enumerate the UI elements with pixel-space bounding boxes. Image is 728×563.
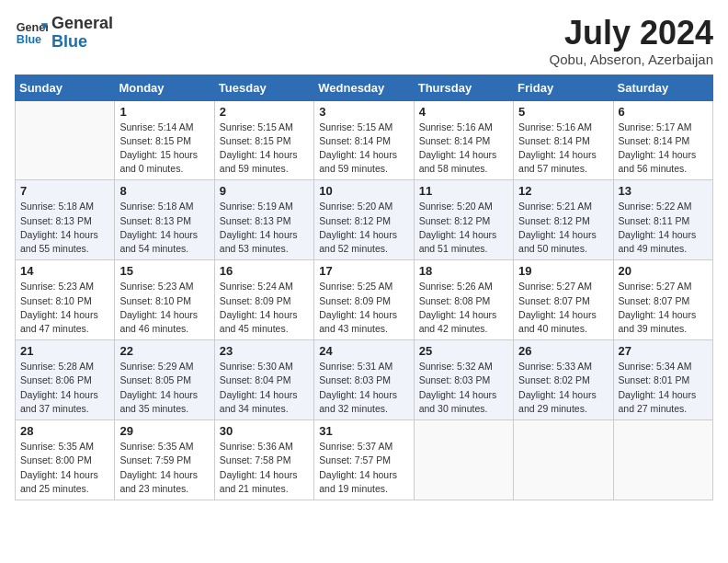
calendar-cell: 18Sunrise: 5:26 AM Sunset: 8:08 PM Dayli… xyxy=(414,260,513,340)
day-number: 18 xyxy=(419,264,508,278)
day-info: Sunrise: 5:23 AM Sunset: 8:10 PM Dayligh… xyxy=(20,280,109,336)
day-number: 30 xyxy=(220,424,309,438)
logo-icon: General Blue xyxy=(15,17,48,50)
day-number: 6 xyxy=(619,105,708,119)
title-block: July 2024 Qobu, Abseron, Azerbaijan xyxy=(550,15,713,67)
day-number: 14 xyxy=(20,264,109,278)
calendar-cell: 29Sunrise: 5:35 AM Sunset: 7:59 PM Dayli… xyxy=(115,420,214,500)
calendar-week-4: 21Sunrise: 5:28 AM Sunset: 8:06 PM Dayli… xyxy=(16,340,713,420)
day-number: 31 xyxy=(319,424,408,438)
calendar-cell xyxy=(414,420,513,500)
calendar-cell: 24Sunrise: 5:31 AM Sunset: 8:03 PM Dayli… xyxy=(314,340,414,420)
day-info: Sunrise: 5:27 AM Sunset: 8:07 PM Dayligh… xyxy=(619,280,708,336)
day-number: 10 xyxy=(319,184,408,198)
calendar-cell: 8Sunrise: 5:18 AM Sunset: 8:13 PM Daylig… xyxy=(115,180,214,260)
day-info: Sunrise: 5:18 AM Sunset: 8:13 PM Dayligh… xyxy=(119,200,209,256)
day-number: 3 xyxy=(319,105,408,119)
weekday-header-wednesday: Wednesday xyxy=(314,75,414,100)
weekday-header-saturday: Saturday xyxy=(613,75,712,100)
day-number: 17 xyxy=(319,264,408,278)
day-info: Sunrise: 5:21 AM Sunset: 8:12 PM Dayligh… xyxy=(518,200,608,256)
calendar-cell: 10Sunrise: 5:20 AM Sunset: 8:12 PM Dayli… xyxy=(314,180,414,260)
weekday-header-monday: Monday xyxy=(115,75,214,100)
calendar-cell: 20Sunrise: 5:27 AM Sunset: 8:07 PM Dayli… xyxy=(613,260,712,340)
svg-text:Blue: Blue xyxy=(17,33,41,46)
day-number: 9 xyxy=(220,184,309,198)
day-info: Sunrise: 5:24 AM Sunset: 8:09 PM Dayligh… xyxy=(220,280,309,336)
day-info: Sunrise: 5:16 AM Sunset: 8:14 PM Dayligh… xyxy=(518,121,608,177)
calendar-cell: 3Sunrise: 5:15 AM Sunset: 8:14 PM Daylig… xyxy=(314,100,414,180)
month-year-title: July 2024 xyxy=(550,15,713,52)
calendar-cell: 22Sunrise: 5:29 AM Sunset: 8:05 PM Dayli… xyxy=(115,340,214,420)
weekday-header-thursday: Thursday xyxy=(414,75,513,100)
calendar-cell: 12Sunrise: 5:21 AM Sunset: 8:12 PM Dayli… xyxy=(514,180,613,260)
day-info: Sunrise: 5:33 AM Sunset: 8:02 PM Dayligh… xyxy=(518,360,608,416)
weekday-header-friday: Friday xyxy=(514,75,613,100)
calendar-cell: 30Sunrise: 5:36 AM Sunset: 7:58 PM Dayli… xyxy=(214,420,313,500)
day-info: Sunrise: 5:23 AM Sunset: 8:10 PM Dayligh… xyxy=(119,280,209,336)
logo: General Blue General Blue xyxy=(15,15,113,52)
day-info: Sunrise: 5:26 AM Sunset: 8:08 PM Dayligh… xyxy=(419,280,508,336)
day-number: 26 xyxy=(518,344,608,358)
day-info: Sunrise: 5:35 AM Sunset: 8:00 PM Dayligh… xyxy=(20,440,109,496)
weekday-header-tuesday: Tuesday xyxy=(214,75,313,100)
day-number: 13 xyxy=(619,184,708,198)
day-info: Sunrise: 5:14 AM Sunset: 8:15 PM Dayligh… xyxy=(119,121,209,177)
day-info: Sunrise: 5:35 AM Sunset: 7:59 PM Dayligh… xyxy=(119,440,209,496)
day-number: 8 xyxy=(119,184,209,198)
calendar-cell: 1Sunrise: 5:14 AM Sunset: 8:15 PM Daylig… xyxy=(115,100,214,180)
calendar-cell: 9Sunrise: 5:19 AM Sunset: 8:13 PM Daylig… xyxy=(214,180,313,260)
calendar-cell: 26Sunrise: 5:33 AM Sunset: 8:02 PM Dayli… xyxy=(514,340,613,420)
day-info: Sunrise: 5:19 AM Sunset: 8:13 PM Dayligh… xyxy=(220,200,309,256)
day-number: 12 xyxy=(518,184,608,198)
day-info: Sunrise: 5:36 AM Sunset: 7:58 PM Dayligh… xyxy=(220,440,309,496)
calendar-cell: 5Sunrise: 5:16 AM Sunset: 8:14 PM Daylig… xyxy=(514,100,613,180)
day-number: 29 xyxy=(119,424,209,438)
calendar-cell: 19Sunrise: 5:27 AM Sunset: 8:07 PM Dayli… xyxy=(514,260,613,340)
day-number: 27 xyxy=(619,344,708,358)
calendar-cell: 15Sunrise: 5:23 AM Sunset: 8:10 PM Dayli… xyxy=(115,260,214,340)
day-info: Sunrise: 5:27 AM Sunset: 8:07 PM Dayligh… xyxy=(518,280,608,336)
calendar-cell: 16Sunrise: 5:24 AM Sunset: 8:09 PM Dayli… xyxy=(214,260,313,340)
calendar-cell: 2Sunrise: 5:15 AM Sunset: 8:15 PM Daylig… xyxy=(214,100,313,180)
weekday-header-row: SundayMondayTuesdayWednesdayThursdayFrid… xyxy=(16,75,713,100)
calendar-cell: 4Sunrise: 5:16 AM Sunset: 8:14 PM Daylig… xyxy=(414,100,513,180)
calendar-cell: 14Sunrise: 5:23 AM Sunset: 8:10 PM Dayli… xyxy=(16,260,115,340)
location-subtitle: Qobu, Abseron, Azerbaijan xyxy=(550,52,713,67)
day-number: 22 xyxy=(119,344,209,358)
logo-text: General Blue xyxy=(51,15,113,52)
day-info: Sunrise: 5:16 AM Sunset: 8:14 PM Dayligh… xyxy=(419,121,508,177)
calendar-cell: 27Sunrise: 5:34 AM Sunset: 8:01 PM Dayli… xyxy=(613,340,712,420)
day-number: 20 xyxy=(619,264,708,278)
calendar-week-5: 28Sunrise: 5:35 AM Sunset: 8:00 PM Dayli… xyxy=(16,420,713,500)
day-number: 23 xyxy=(220,344,309,358)
calendar-cell: 31Sunrise: 5:37 AM Sunset: 7:57 PM Dayli… xyxy=(314,420,414,500)
calendar-week-1: 1Sunrise: 5:14 AM Sunset: 8:15 PM Daylig… xyxy=(16,100,713,180)
day-info: Sunrise: 5:31 AM Sunset: 8:03 PM Dayligh… xyxy=(319,360,408,416)
calendar-table: SundayMondayTuesdayWednesdayThursdayFrid… xyxy=(15,75,713,500)
day-number: 5 xyxy=(518,105,608,119)
page-header: General Blue General Blue July 2024 Qobu… xyxy=(15,15,713,67)
day-number: 24 xyxy=(319,344,408,358)
day-info: Sunrise: 5:15 AM Sunset: 8:14 PM Dayligh… xyxy=(319,121,408,177)
calendar-cell: 17Sunrise: 5:25 AM Sunset: 8:09 PM Dayli… xyxy=(314,260,414,340)
calendar-cell: 25Sunrise: 5:32 AM Sunset: 8:03 PM Dayli… xyxy=(414,340,513,420)
calendar-cell: 7Sunrise: 5:18 AM Sunset: 8:13 PM Daylig… xyxy=(16,180,115,260)
day-info: Sunrise: 5:15 AM Sunset: 8:15 PM Dayligh… xyxy=(220,121,309,177)
calendar-cell: 13Sunrise: 5:22 AM Sunset: 8:11 PM Dayli… xyxy=(613,180,712,260)
calendar-cell xyxy=(613,420,712,500)
day-info: Sunrise: 5:22 AM Sunset: 8:11 PM Dayligh… xyxy=(619,200,708,256)
day-number: 7 xyxy=(20,184,109,198)
day-number: 19 xyxy=(518,264,608,278)
calendar-body: 1Sunrise: 5:14 AM Sunset: 8:15 PM Daylig… xyxy=(16,100,713,500)
day-number: 28 xyxy=(20,424,109,438)
calendar-cell: 6Sunrise: 5:17 AM Sunset: 8:14 PM Daylig… xyxy=(613,100,712,180)
day-number: 4 xyxy=(419,105,508,119)
day-number: 2 xyxy=(220,105,309,119)
day-number: 25 xyxy=(419,344,508,358)
calendar-cell: 11Sunrise: 5:20 AM Sunset: 8:12 PM Dayli… xyxy=(414,180,513,260)
day-info: Sunrise: 5:32 AM Sunset: 8:03 PM Dayligh… xyxy=(419,360,508,416)
day-number: 21 xyxy=(20,344,109,358)
calendar-week-2: 7Sunrise: 5:18 AM Sunset: 8:13 PM Daylig… xyxy=(16,180,713,260)
day-info: Sunrise: 5:28 AM Sunset: 8:06 PM Dayligh… xyxy=(20,360,109,416)
